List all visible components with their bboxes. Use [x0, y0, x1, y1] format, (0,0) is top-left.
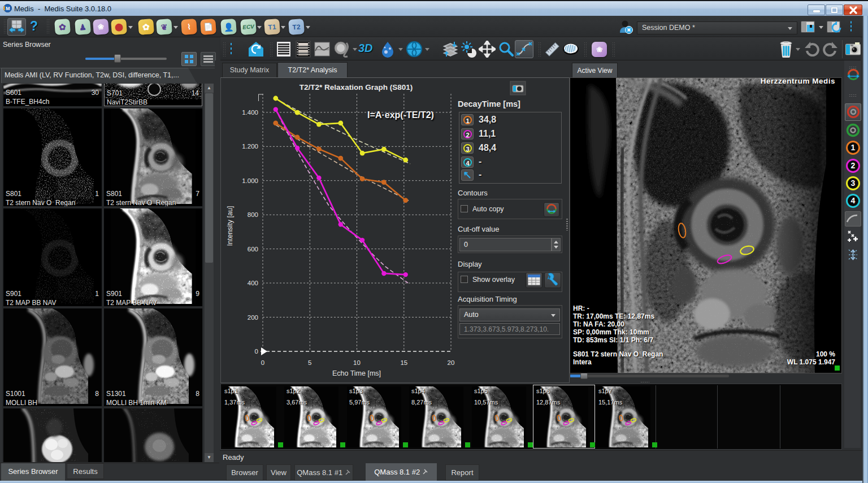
svg-text:1.400: 1.400: [242, 109, 258, 116]
svg-text:800: 800: [248, 211, 258, 218]
svg-text:0: 0: [261, 359, 264, 366]
svg-text:Echo Time [ms]: Echo Time [ms]: [332, 369, 381, 377]
svg-text:M: M: [6, 6, 10, 11]
svg-text:10: 10: [353, 359, 361, 366]
svg-text:20: 20: [448, 359, 455, 366]
svg-text:I=A·exp(-TE/T2): I=A·exp(-TE/T2): [367, 110, 434, 120]
svg-text:5: 5: [308, 359, 311, 366]
svg-text:15: 15: [400, 359, 407, 366]
svg-text:1.200: 1.200: [242, 143, 258, 150]
svg-text:400: 400: [248, 280, 258, 286]
svg-text:600: 600: [248, 246, 258, 253]
svg-text:T2/T2* Relaxation Graph (S801): T2/T2* Relaxation Graph (S801): [300, 83, 413, 92]
svg-text:0: 0: [255, 348, 258, 355]
svg-text:Intensity [au]: Intensity [au]: [226, 206, 234, 246]
svg-text:200: 200: [248, 314, 258, 321]
svg-text:1.000: 1.000: [242, 177, 258, 184]
